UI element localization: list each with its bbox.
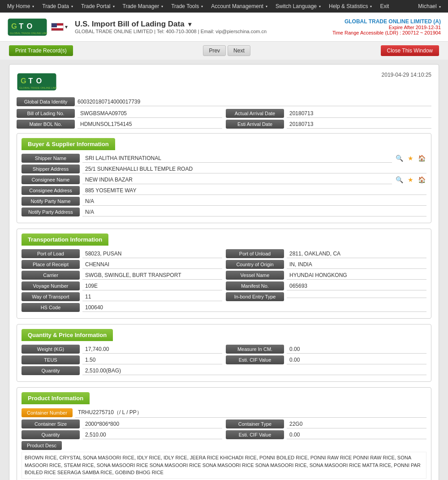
page-title: U.S. Import Bill of Lading Data ▾: [75, 20, 332, 29]
measure-label: Measure In CM.: [226, 345, 284, 354]
title-area: U.S. Import Bill of Lading Data ▾ GLOBAL…: [75, 20, 332, 34]
svg-text:GLOBAL TRADE ONLINE LIMITED: GLOBAL TRADE ONLINE LIMITED: [19, 86, 57, 89]
notify-party-address-row: Notify Party Address N/A: [22, 208, 426, 216]
hs-code-value: 100640: [82, 303, 426, 312]
nav-items: My Home ▾ Trade Data ▾ Trade Portal ▾ Tr…: [4, 1, 414, 11]
container-number-button[interactable]: Container Number: [22, 408, 73, 417]
shipper-name-row: Shipper Name SRI LALITHA INTERNATIONAL 🔍…: [22, 154, 426, 163]
flag-dropdown-icon: ▾: [65, 24, 68, 30]
chevron-down-icon: ▾: [201, 4, 203, 9]
consignee-star-icon[interactable]: ★: [407, 175, 414, 184]
quantity-label: Quantity: [22, 366, 80, 375]
container-size-col: Container Size 2000*806*800: [22, 419, 222, 428]
nav-account-management[interactable]: Account Management ▾: [207, 1, 271, 11]
svg-text:O: O: [36, 77, 42, 85]
notify-party-name-row: Notify Party Name N/A: [22, 197, 426, 206]
consignee-search-icon[interactable]: 🔍: [395, 175, 404, 184]
measure-col: Measure In CM. 0.00: [226, 345, 426, 354]
svg-text:T: T: [28, 77, 33, 85]
close-button-top[interactable]: Close This Window: [381, 45, 439, 56]
global-identity-value: 600320180714000017739: [75, 98, 431, 106]
nav-switch-language[interactable]: Switch Language ▾: [272, 1, 324, 11]
next-button-top[interactable]: Next: [228, 45, 250, 56]
shipper-address-value: 25/1 SUNKENAHALLI BULL TEMPLE ROAD: [82, 165, 426, 173]
company-name: GLOBAL TRADE ONLINE LIMITED (A): [332, 18, 441, 25]
teus-col: TEUS 1.50: [22, 355, 222, 364]
consignee-address-label: Consignee Address: [22, 186, 80, 195]
consignee-name-row: Consignee Name NEW INDIA BAZAR 🔍 ★ 🏠: [22, 175, 426, 184]
record-card: G T O GLOBAL TRADE ONLINE LIMITED 2019-0…: [9, 64, 439, 480]
record-header: G T O GLOBAL TRADE ONLINE LIMITED 2019-0…: [17, 72, 431, 92]
nav-trade-manager[interactable]: Trade Manager ▾: [119, 1, 167, 11]
buyer-supplier-section: Buyer & Supplier Information Shipper Nam…: [17, 133, 431, 223]
container-type-value: 22G0: [287, 420, 426, 428]
receipt-origin-row: Place of Receipt CHENNAI Country of Orig…: [22, 260, 426, 269]
carrier-col: Carrier SWGB, SWINGLE, BURT TRANSPORT: [22, 271, 222, 280]
origin-label: Country of Origin: [226, 260, 284, 269]
shipper-name-label: Shipper Name: [22, 154, 80, 163]
chevron-down-icon: ▾: [319, 4, 321, 9]
transportation-header: Transportation Information: [22, 234, 108, 246]
chevron-down-icon: ▾: [71, 4, 73, 9]
nav-trade-data[interactable]: Trade Data ▾: [39, 1, 77, 11]
record-logo: G T O GLOBAL TRADE ONLINE LIMITED: [17, 72, 57, 92]
master-bol-row: Mater BOL No. HDMUNSOL1754145 Esti Arriv…: [17, 120, 431, 129]
nav-trade-tools[interactable]: Trade Tools ▾: [168, 1, 207, 11]
esti-cif-value: 0.00: [287, 356, 426, 364]
shipper-search-icon[interactable]: 🔍: [395, 154, 404, 163]
hs-code-label: HS Code: [22, 303, 80, 312]
transportation-section: Transportation Information Port of Load …: [17, 229, 431, 319]
teus-value: 1.50: [82, 356, 222, 364]
receipt-label: Place of Receipt: [22, 260, 80, 269]
shipper-home-icon[interactable]: 🏠: [417, 154, 426, 163]
global-identity-label: Global Data Identity: [17, 97, 75, 106]
nav-trade-portal[interactable]: Trade Portal ▾: [78, 1, 118, 11]
vessel-col: Vessel Name HYUNDAI HONGKONG: [226, 271, 426, 280]
carrier-vessel-row: Carrier SWGB, SWINGLE, BURT TRANSPORT Ve…: [22, 271, 426, 280]
quantity-price-section: Quantity & Price Information Weight (KG)…: [17, 324, 431, 382]
chevron-down-icon: ▾: [370, 4, 372, 9]
prev-button-top[interactable]: Prev: [203, 45, 226, 56]
header-right: GLOBAL TRADE ONLINE LIMITED (A) Expire A…: [332, 18, 441, 35]
in-bond-col: In-bond Entry Type: [226, 292, 426, 301]
buyer-supplier-header: Buyer & Supplier Information: [22, 138, 115, 150]
product-qty-label: Quantity: [22, 430, 80, 439]
container-number-row: Container Number TRHU2275710（/ L / PP）: [22, 408, 426, 418]
record-date: 2019-04-29 14:10:25: [382, 72, 431, 78]
consignee-home-icon[interactable]: 🏠: [417, 175, 426, 184]
product-cif-col: Esti. CIF Value 0.00: [226, 430, 426, 439]
transport-bond-row: Way of Transport 11 In-bond Entry Type: [22, 292, 426, 301]
shipper-star-icon[interactable]: ★: [407, 154, 414, 163]
weight-value: 17,740.00: [82, 345, 222, 354]
header-bar: G T O GLOBAL TRADE ONLINE LIMITED ▾ U.S.…: [0, 13, 448, 42]
shipper-address-label: Shipper Address: [22, 164, 80, 173]
container-type-col: Container Type 22G0: [226, 419, 426, 428]
chevron-down-icon: ▾: [32, 4, 34, 9]
bol-value: SWGBSMAA09705: [78, 109, 222, 118]
weight-measure-row: Weight (KG) 17,740.00 Measure In CM. 0.0…: [22, 345, 426, 354]
product-qty-cif-row: Quantity 2,510.00 Esti. CIF Value 0.00: [22, 430, 426, 439]
voyage-col: Voyage Number 109E: [22, 281, 222, 290]
svg-text:GLOBAL TRADE ONLINE LIMITED: GLOBAL TRADE ONLINE LIMITED: [10, 31, 47, 34]
product-desc-value: BROWN RICE, CRYSTAL SONA MASOORI RICE, I…: [22, 452, 426, 479]
page-subtitle: GLOBAL TRADE ONLINE LIMITED | Tel: 400-7…: [75, 29, 332, 34]
port-load-label: Port of Load: [22, 249, 80, 258]
weight-col: Weight (KG) 17,740.00: [22, 345, 222, 354]
weight-label: Weight (KG): [22, 345, 80, 354]
nav-help-statistics[interactable]: Help & Statistics ▾: [325, 1, 375, 11]
product-esti-cif-label: Esti. CIF Value: [226, 430, 284, 439]
us-flag-icon: [51, 23, 64, 31]
quantity-value: 2,510.00(BAG): [82, 367, 426, 375]
print-button-top[interactable]: Print Trade Record(s): [9, 45, 73, 56]
actual-arrival-col: Actual Arrival Date 20180713: [226, 109, 431, 118]
shipper-name-value: SRI LALITHA INTERNATIONAL: [82, 154, 392, 163]
svg-text:G: G: [11, 22, 17, 30]
user-menu[interactable]: Michael ▾: [414, 1, 444, 11]
chevron-down-icon: ▾: [161, 4, 163, 9]
exit-button[interactable]: Exit: [376, 1, 392, 11]
chevron-down-icon: ▾: [266, 4, 267, 9]
port-unload-label: Port of Unload: [226, 249, 284, 258]
flag-area[interactable]: ▾: [51, 23, 68, 31]
nav-my-home[interactable]: My Home ▾: [4, 1, 38, 11]
master-bol-label: Mater BOL No.: [17, 120, 75, 129]
